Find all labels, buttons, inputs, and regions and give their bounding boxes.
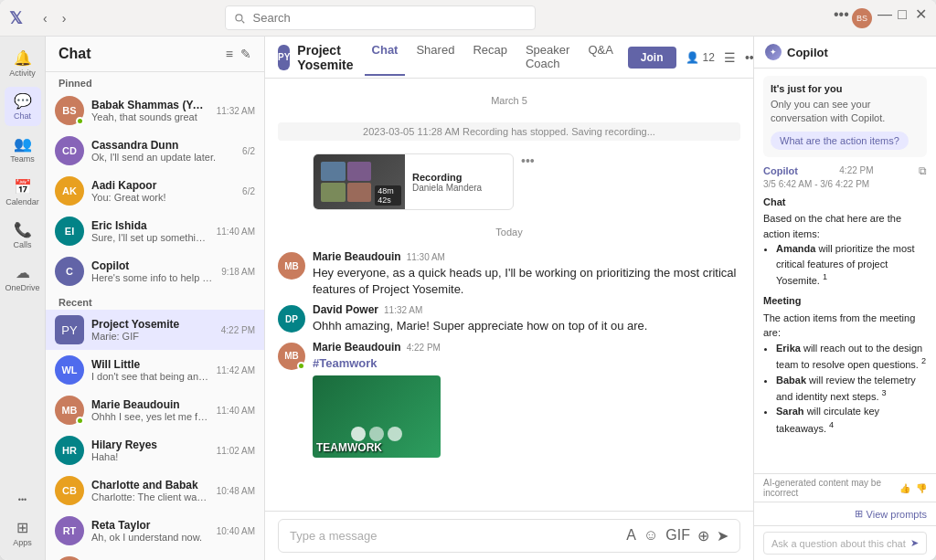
- contact-time: 10:40 AM: [217, 526, 255, 536]
- contact-info: Reta Taylor Ah, ok I understand now.: [91, 519, 209, 543]
- forward-button[interactable]: ›: [57, 9, 72, 27]
- recording-more-icon[interactable]: •••: [521, 153, 535, 168]
- list-view-icon[interactable]: ☰: [724, 50, 736, 65]
- message-time: 11:30 AM: [407, 252, 445, 262]
- chat-icon: 💬: [14, 92, 32, 110]
- tab-qa[interactable]: Q&A: [580, 39, 620, 76]
- sidebar-item-calendar[interactable]: 📅 Calendar: [5, 173, 41, 212]
- avatar: DP: [278, 305, 305, 333]
- contact-item[interactable]: EI Eric Ishida Sure, I'll set up somethi…: [46, 211, 264, 251]
- copilot-send-button[interactable]: ➤: [910, 537, 919, 549]
- filter-icon[interactable]: ≡: [226, 47, 233, 61]
- copilot-ask-placeholder: Ask a question about this chat: [771, 538, 906, 549]
- contact-info: Eric Ishida Sure, I'll set up something …: [91, 219, 209, 243]
- contact-item[interactable]: PY Project Yosemite Marie: GIF 4:22 PM: [46, 310, 264, 350]
- close-button[interactable]: ✕: [914, 8, 927, 21]
- contact-time: 6/2: [242, 146, 255, 156]
- contact-time: 10:48 AM: [217, 486, 255, 496]
- contact-item[interactable]: MB Marie Beaudouin Ohhh I see, yes let m…: [46, 390, 264, 430]
- chat-bullet-1: Amanda will prioritize the most critical…: [776, 241, 927, 288]
- main-layout: 🔔 Activity 💬 Chat 👥 Teams 📅 Calendar 📞 C…: [0, 37, 936, 560]
- avatar: BS: [55, 96, 84, 125]
- sidebar: Chat ≡ ✎ Pinned BS Babak Shammas (You) Y…: [46, 37, 265, 560]
- pinned-contacts: BS Babak Shammas (You) Yeah, that sounds…: [46, 90, 264, 291]
- tab-shared[interactable]: Shared: [409, 39, 462, 76]
- message-header: Marie Beaudouin 11:30 AM: [313, 250, 740, 263]
- recent-contacts: PY Project Yosemite Marie: GIF 4:22 PM W…: [46, 310, 264, 560]
- recording-thumbnail: 48m 42s: [314, 154, 405, 209]
- contact-item[interactable]: JV Joshua VanBuren Thanks for reviewing!…: [46, 551, 264, 560]
- join-button[interactable]: Join: [628, 47, 676, 69]
- contact-list: Pinned BS Babak Shammas (You) Yeah, that…: [46, 72, 264, 560]
- contact-preview: Sure, I'll set up something for next wee…: [91, 232, 209, 243]
- contact-item[interactable]: CB Charlotte and Babak Charlotte: The cl…: [46, 470, 264, 511]
- contact-preview: Ohhh I see, yes let me fix that!: [91, 411, 209, 422]
- left-nav: 🔔 Activity 💬 Chat 👥 Teams 📅 Calendar 📞 C…: [0, 37, 46, 560]
- copilot-panel: ✦ Copilot It's just for you Only you can…: [753, 37, 936, 560]
- recording-info: Recording Daniela Mandera: [405, 154, 489, 209]
- sidebar-item-teams[interactable]: 👥 Teams: [5, 130, 41, 169]
- contact-item[interactable]: HR Hilary Reyes Haha! 11:02 AM: [46, 430, 264, 470]
- tab-recap[interactable]: Recap: [465, 39, 515, 76]
- thumbs-down-icon[interactable]: 👎: [916, 483, 927, 493]
- contact-item[interactable]: RT Reta Taylor Ah, ok I understand now. …: [46, 511, 264, 551]
- thumbs-up-icon[interactable]: 👍: [899, 483, 910, 493]
- chat-input-area: Type a message A ☺ GIF ⊕ ➤: [265, 511, 753, 560]
- window-controls: ••• BS — □ ✕: [834, 8, 927, 28]
- compose-icon[interactable]: ✎: [240, 47, 251, 61]
- message-content: David Power 11:32 AM Ohhh amazing, Marie…: [313, 303, 740, 334]
- sidebar-item-calls[interactable]: 📞 Calls: [5, 216, 41, 255]
- ellipsis-icon: •••: [18, 495, 27, 504]
- prompts-icon: ⊞: [855, 508, 863, 520]
- more-apps-button[interactable]: •••: [5, 490, 41, 510]
- sidebar-item-chat[interactable]: 💬 Chat: [5, 87, 41, 126]
- just-for-you-card: It's just for you Only you can see your …: [763, 76, 927, 157]
- recording-card[interactable]: 48m 42s Recording Daniela Mandera: [313, 153, 514, 210]
- contact-item[interactable]: BS Babak Shammas (You) Yeah, that sounds…: [46, 90, 264, 131]
- sidebar-item-onedrive[interactable]: ☁ OneDrive: [5, 259, 41, 298]
- attach-icon[interactable]: ⊕: [697, 527, 709, 544]
- message-text: #Teamwork: [313, 355, 740, 372]
- avatar: RT: [55, 516, 84, 545]
- contact-item[interactable]: CD Cassandra Dunn Ok, I'll send an updat…: [46, 131, 264, 171]
- more-options-button[interactable]: •••: [834, 8, 846, 21]
- copilot-input-area: Ask a question about this chat ➤: [754, 525, 936, 560]
- emoji-icon[interactable]: ☺: [644, 527, 658, 544]
- copilot-meeting-section: Meeting The action items from the meetin…: [763, 293, 927, 435]
- view-prompts-button[interactable]: ⊞ View prompts: [855, 508, 927, 520]
- action-items-button[interactable]: What are the action items?: [771, 132, 909, 150]
- message-input-placeholder[interactable]: Type a message: [290, 529, 619, 543]
- contact-item[interactable]: WL Will Little I don't see that being an…: [46, 350, 264, 390]
- sidebar-item-activity[interactable]: 🔔 Activity: [5, 44, 41, 83]
- back-button[interactable]: ‹: [37, 9, 53, 27]
- gif-icon[interactable]: GIF: [665, 527, 690, 544]
- recording-label: Recording: [412, 172, 482, 183]
- contact-item[interactable]: C Copilot Here's some info to help you p…: [46, 251, 264, 291]
- send-icon[interactable]: ➤: [717, 527, 729, 544]
- minimize-button[interactable]: —: [878, 8, 890, 21]
- contact-time: 4:22 PM: [221, 325, 255, 335]
- sidebar-title: Chat: [58, 46, 91, 62]
- contact-info: Copilot Here's some info to help you pre…: [91, 259, 214, 283]
- contact-preview: Yeah, that sounds great: [91, 111, 209, 122]
- tab-speaker-coach[interactable]: Speaker Coach: [518, 39, 577, 76]
- tab-chat[interactable]: Chat: [365, 39, 406, 76]
- teams-label: Teams: [10, 154, 35, 164]
- sidebar-item-apps[interactable]: ⊞ Apps: [5, 513, 41, 553]
- channel-icon: PY: [278, 45, 290, 70]
- search-input[interactable]: [225, 5, 536, 30]
- meeting-section-intro: The action items from the meeting are:: [763, 311, 927, 341]
- copy-icon[interactable]: ⧉: [919, 164, 927, 177]
- members-count: 👤 12: [686, 51, 715, 64]
- contact-item[interactable]: AK Aadi Kapoor You: Great work! 6/2: [46, 171, 264, 211]
- avatar: MB: [55, 396, 84, 425]
- chat-label: Chat: [14, 111, 31, 121]
- copilot-date-range: 3/5 6:42 AM - 3/6 4:22 PM: [763, 179, 927, 189]
- copilot-ask-input[interactable]: Ask a question about this chat ➤: [763, 532, 927, 555]
- maximize-button[interactable]: □: [896, 8, 909, 21]
- contact-info: Project Yosemite Marie: GIF: [91, 318, 214, 342]
- activity-icon: 🔔: [14, 49, 32, 67]
- format-icon[interactable]: A: [626, 527, 636, 544]
- user-avatar[interactable]: BS: [852, 8, 872, 28]
- more-options-chat-icon[interactable]: •••: [745, 50, 753, 65]
